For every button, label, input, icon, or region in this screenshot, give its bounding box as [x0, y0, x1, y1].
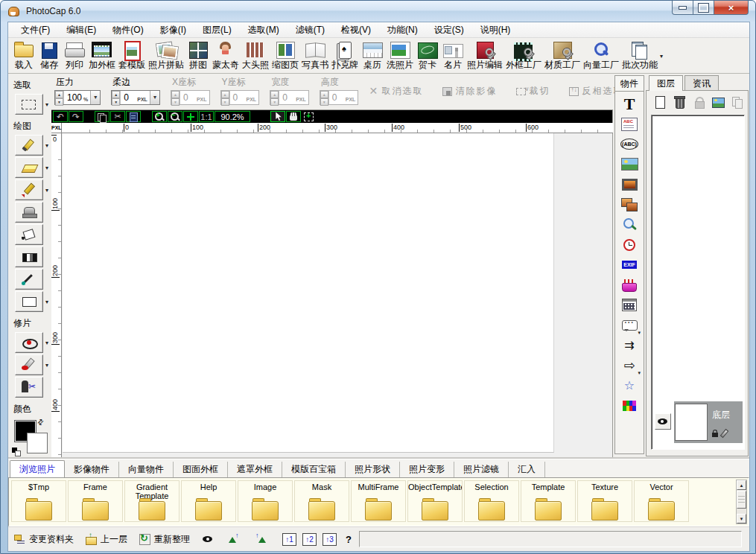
menu-item-help[interactable]: 说明(H) [472, 22, 519, 38]
view-level-3-button[interactable]: ↑3 [323, 533, 337, 546]
object-photo-frame-button[interactable] [619, 174, 640, 194]
toolbar-photo-book-button[interactable]: 写真书 [300, 39, 330, 71]
minimize-button[interactable] [672, 1, 693, 15]
cut-button[interactable]: ✂ [110, 111, 125, 122]
tool-heal-brush-button[interactable] [15, 354, 43, 375]
toolbar-id-photo-button[interactable]: 大头照 [241, 39, 270, 71]
menu-item-layer[interactable]: 图层(L) [194, 22, 240, 38]
toolbar-photo-collage-button[interactable]: 照片拼贴 [147, 39, 185, 71]
option-soft-edge-spinner[interactable]: ▲▼0PXL▾ [111, 90, 160, 105]
tool-dropdown-icon[interactable]: ▾ [45, 187, 48, 194]
object-speech-bubble-button[interactable]: ▾ [619, 315, 640, 335]
folder-frame[interactable]: Frame [68, 480, 123, 522]
toolbar-puzzle-button[interactable]: 拼图 [185, 39, 211, 71]
tool-gradient-button[interactable] [15, 246, 43, 267]
pointer-tool-button[interactable] [270, 111, 285, 122]
copy-button[interactable] [95, 111, 109, 122]
object-calendar-button[interactable] [619, 295, 640, 315]
undo-button[interactable]: ↶ [53, 111, 68, 122]
tool-dropdown-icon[interactable]: ▾ [45, 362, 48, 369]
tab-photo-filters[interactable]: 照片滤镜 [454, 462, 509, 477]
change-folder-button[interactable]: 变更资料夹 [14, 533, 74, 546]
menu-item-object[interactable]: 物件(O) [104, 22, 151, 38]
title-bar[interactable]: PhotoCap 6.0 × [1, 1, 755, 22]
tool-fill-button[interactable] [15, 224, 43, 245]
menu-item-select[interactable]: 选取(M) [240, 22, 288, 38]
tool-eraser-button[interactable] [15, 157, 43, 178]
tab-info[interactable]: 资讯 [684, 75, 719, 91]
menu-item-edit[interactable]: 编辑(E) [58, 22, 104, 38]
document-page[interactable] [63, 133, 554, 453]
folder-help[interactable]: Help [181, 480, 236, 522]
spinner-arrows[interactable]: ▲▼ [55, 91, 64, 104]
toolbar-name-card-button[interactable]: 名片 [440, 39, 466, 71]
spin-up-icon[interactable]: ▲ [112, 91, 120, 98]
spinner-dropdown-icon[interactable]: ▾ [90, 91, 100, 104]
delete-layer-icon[interactable] [673, 96, 686, 109]
maximize-button[interactable] [693, 1, 714, 15]
toolbar-montage-button[interactable]: 蒙太奇 [211, 39, 241, 71]
thumbnail-large-button[interactable] [255, 534, 270, 544]
pan-tool-button[interactable] [286, 111, 301, 122]
toolbar-apply-template-button[interactable]: 套模版 [117, 39, 147, 71]
view-level-2-button[interactable]: ↑2 [302, 533, 317, 546]
object-star-button[interactable]: ☆ [619, 375, 640, 395]
toolbar-vector-factory-button[interactable]: 向量工厂 [582, 39, 620, 71]
new-layer-icon[interactable] [654, 96, 667, 109]
tool-dropdown-icon[interactable]: ▾ [45, 101, 48, 108]
toolbar-add-frame-button[interactable]: 加外框 [87, 39, 117, 71]
close-button[interactable]: × [714, 1, 749, 15]
zoom-in-button[interactable]: + [152, 111, 167, 122]
tab-vector-objects[interactable]: 向量物件 [119, 462, 174, 477]
folder-selection[interactable]: Selection [464, 480, 519, 522]
tool-cutout-button[interactable] [15, 377, 43, 398]
default-colors-icon[interactable] [12, 448, 17, 453]
option-pressure-spinner[interactable]: ▲▼100%▾ [54, 90, 101, 105]
object-curved-text-button[interactable]: (ABC) [619, 134, 640, 154]
spinner-arrows[interactable]: ▲▼ [112, 91, 121, 104]
layer-image-icon[interactable] [712, 96, 725, 109]
redo-button[interactable]: ↷ [69, 111, 83, 122]
toolbar-load-button[interactable]: 载入 [11, 39, 36, 71]
tool-dropdown-icon[interactable]: ▾ [45, 165, 48, 171]
object-cake-button[interactable] [619, 275, 640, 295]
scroll-down-arrow[interactable]: ▼ [737, 514, 746, 523]
tool-pencil-button[interactable] [15, 179, 43, 200]
object-flow-arrows-button[interactable]: ⇉ [619, 335, 640, 355]
folder-multiframe[interactable]: MultiFrame [351, 480, 406, 522]
scroll-up-arrow[interactable]: ▲ [737, 480, 746, 490]
menu-item-image[interactable]: 影像(I) [152, 22, 194, 38]
menu-item-file[interactable]: 文件(F) [13, 22, 58, 38]
spin-down-icon[interactable]: ▼ [55, 98, 63, 106]
tool-eyedropper-button[interactable] [15, 269, 43, 290]
tab-mask-frames[interactable]: 遮罩外框 [228, 462, 282, 477]
tab-browse-photos[interactable]: 浏览照片 [10, 460, 65, 477]
folder-image[interactable]: Image [238, 480, 293, 522]
toolbar-photo-editor-button[interactable]: 照片编辑 [466, 39, 504, 71]
object-arrow-button[interactable]: ⇨▾ [619, 355, 640, 375]
tab-template-box[interactable]: 模版百宝箱 [282, 462, 346, 477]
background-color-swatch[interactable] [27, 433, 48, 453]
folder-gradient-template[interactable]: Gradient Template [124, 480, 180, 522]
menu-item-settings[interactable]: 设定(S) [426, 22, 472, 38]
layer-thumbnail[interactable] [675, 404, 708, 441]
thumbnail-small-button[interactable] [229, 534, 244, 544]
layer-row[interactable]: 底层 [653, 401, 743, 443]
folder-texture[interactable]: Texture [577, 480, 632, 522]
tab-photo-shapes[interactable]: 照片形状 [346, 462, 400, 477]
object-photo-stack-button[interactable] [619, 194, 640, 214]
object-mosaic-button[interactable] [619, 395, 640, 416]
parent-folder-button[interactable]: 上一层 [86, 533, 127, 546]
spinner-dropdown-icon[interactable]: ▾ [150, 91, 159, 104]
toolbar-poker-button[interactable]: 扑克牌 [330, 39, 360, 71]
toolbar-texture-factory-button[interactable]: 材质工厂 [543, 39, 582, 71]
tab-image-objects[interactable]: 影像物件 [65, 462, 119, 477]
object-text-button[interactable]: T [619, 94, 640, 114]
preview-toggle-button[interactable] [202, 534, 217, 544]
tool-dropdown-icon[interactable]: ▾ [45, 142, 48, 149]
folder-scrollbar[interactable]: ▲ ▼ [736, 480, 747, 524]
add-selection-button[interactable] [302, 111, 317, 122]
tool-red-eye-button[interactable] [15, 332, 43, 353]
menu-item-function[interactable]: 功能(N) [379, 22, 426, 38]
spin-up-icon[interactable]: ▲ [55, 91, 63, 98]
